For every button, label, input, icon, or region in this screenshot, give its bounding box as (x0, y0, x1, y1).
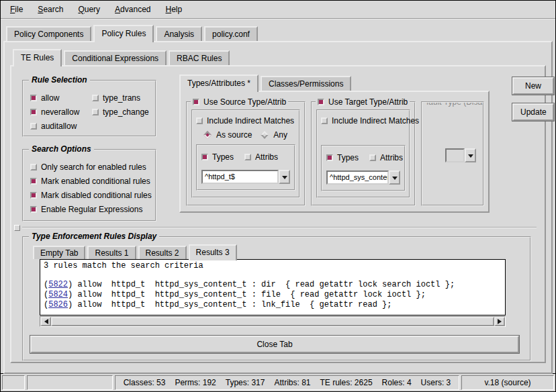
status-panel-empty-1 (2, 375, 25, 390)
checkbox-only-enabled-rules[interactable]: Only search for enabled rules (30, 160, 151, 174)
close-tab-button[interactable]: Close Tab (30, 336, 519, 353)
target-type-entry[interactable]: ^httpd_sys_content_t$ (326, 170, 389, 185)
menu-file[interactable]: File (10, 5, 23, 14)
tab-rbac-rules[interactable]: RBAC Rules (169, 50, 230, 65)
scroll-left-arrow-icon[interactable] (40, 317, 51, 326)
rule-link[interactable]: 5822 (48, 280, 68, 289)
checkbox-icon (30, 95, 37, 101)
tab-analysis[interactable]: Analysis (156, 26, 202, 41)
menu-advanced[interactable]: Advanced (115, 5, 150, 14)
checkbox-use-source-type[interactable]: Use Source Type/Attrib (191, 95, 288, 109)
sash-handle[interactable] (14, 225, 20, 231)
default-type-group: fault Type (Disa (421, 101, 484, 206)
checkbox-source-types[interactable]: Types (201, 150, 234, 164)
action-buttons-column: New Update (512, 75, 554, 222)
radio-label: Any (273, 130, 287, 140)
rule-selection-grid: allow type_trans neverallow (30, 91, 150, 133)
default-type-title: fault Type (Disa (425, 101, 483, 107)
checkbox-label: Include Indirect Matches (207, 116, 294, 126)
rule-link[interactable]: 5824 (48, 290, 68, 299)
triangle-glyph (392, 177, 398, 183)
target-type-combo: ^httpd_sys_content_t$ (326, 170, 400, 185)
results-summary: 3 rules match the search criteria (44, 261, 502, 271)
menu-search[interactable]: Search (38, 5, 63, 14)
checkbox-label: Types (212, 152, 234, 162)
tab-policy-conf[interactable]: policy.conf (204, 26, 258, 41)
tab-conditional-expressions[interactable]: Conditional Expressions (64, 50, 167, 65)
stat-roles: Roles: 4 (382, 378, 412, 387)
rule-link[interactable]: 5826 (48, 300, 68, 309)
target-inner-box: Include Indirect Matches Types (316, 109, 410, 198)
policy-rules-pane: TE Rules Conditional Expressions RBAC Ru… (3, 41, 553, 374)
checkbox-target-types[interactable]: Types (326, 150, 359, 164)
checkbox-label: Attribs (380, 153, 403, 162)
status-panel-empty-2 (27, 375, 113, 390)
tab-policy-components[interactable]: Policy Components (6, 26, 91, 41)
source-type-group: Use Source Type/Attrib Include Indirect … (186, 101, 306, 206)
chevron-down-icon[interactable] (389, 170, 400, 185)
checkbox-target-attribs[interactable]: Attribs (369, 150, 403, 164)
tab-results-2[interactable]: Results 2 (138, 246, 187, 259)
radio-label: As source (216, 130, 252, 140)
source-inner-box: Include Indirect Matches As source (191, 109, 300, 198)
checkbox-auditallow[interactable]: auditallow (30, 119, 92, 133)
te-rules-pane: Rule Selection allow type_trans (10, 65, 546, 363)
stat-te-rules: TE rules: 2625 (320, 378, 373, 387)
checkbox-icon (30, 192, 37, 199)
source-radio-row: As source Any (196, 128, 295, 142)
checkbox-use-target-type[interactable]: Use Target Type/Attrib (316, 95, 410, 109)
menubar: File Search Query Advanced Help (1, 1, 555, 19)
menu-query[interactable]: Query (78, 5, 100, 14)
checkbox-type-trans[interactable]: type_trans (92, 91, 151, 105)
sash-line (22, 227, 537, 228)
rule-text: ) allow httpd_t httpd_sys_content_t : fi… (68, 290, 426, 299)
checkbox-icon (92, 95, 99, 101)
radio-any[interactable]: Any (260, 128, 287, 142)
tab-classes-permissions[interactable]: Classes/Permissions (261, 76, 351, 91)
checkbox-label: type_trans (103, 93, 140, 103)
tab-results-1[interactable]: Results 1 (87, 246, 136, 259)
checkbox-mark-enabled-conditional[interactable]: Mark enabled conditional rules (30, 174, 151, 188)
checkbox-target-include-indirect[interactable]: Include Indirect Matches (321, 113, 406, 128)
types-tabstrip: Types/Attributes * Classes/Permissions (179, 75, 490, 91)
checkbox-enable-regex[interactable]: Enable Regular Expressions (30, 202, 151, 216)
tab-types-attributes[interactable]: Types/Attributes * (179, 75, 259, 92)
results-hscrollbar[interactable] (40, 316, 506, 327)
source-type-entry[interactable]: ^httpd_t$ (201, 170, 279, 184)
chevron-down-icon[interactable] (279, 170, 290, 184)
checkbox-type-change[interactable]: type_change (92, 105, 151, 119)
tab-te-rules[interactable]: TE Rules (13, 49, 62, 66)
checkbox-allow[interactable]: allow (30, 91, 92, 105)
tab-policy-rules[interactable]: Policy Rules (93, 25, 154, 42)
policy-version: v.18 (source) (484, 378, 530, 387)
radio-as-source[interactable]: As source (203, 128, 252, 142)
checkbox-icon (326, 154, 333, 161)
rules-tabstrip: TE Rules Conditional Expressions RBAC Ru… (13, 49, 551, 65)
stat-attribs: Attribs: 81 (274, 378, 310, 387)
types-attributes-pane: Use Source Type/Attrib Include Indirect … (179, 91, 490, 213)
rule-line: (5822) allow httpd_t httpd_sys_content_t… (44, 280, 502, 290)
search-options-title: Search Options (29, 144, 94, 154)
tab-empty[interactable]: Empty Tab (33, 246, 85, 259)
source-types-box: Types Attribs ^httpd_t$ (196, 144, 295, 191)
new-button[interactable]: New (512, 77, 554, 95)
scrollbar-thumb[interactable] (51, 317, 494, 326)
checkbox-mark-disabled-conditional[interactable]: Mark disabled conditional rules (30, 188, 151, 202)
results-tabstrip: Empty Tab Results 1 Results 2 Results 3 (33, 244, 530, 259)
checkbox-label: Types (337, 153, 359, 162)
checkbox-neverallow[interactable]: neverallow (30, 105, 92, 119)
blank-line (44, 271, 502, 280)
tab-results-3[interactable]: Results 3 (189, 244, 237, 260)
checkbox-source-attribs[interactable]: Attribs (244, 150, 278, 164)
checkbox-source-include-indirect[interactable]: Include Indirect Matches (196, 113, 295, 128)
scroll-right-arrow-icon[interactable] (494, 317, 505, 326)
checkbox-icon (92, 109, 99, 115)
checkbox-icon (321, 117, 328, 124)
menu-help[interactable]: Help (165, 5, 182, 14)
pane-sash (14, 224, 537, 231)
update-button[interactable]: Update (512, 103, 554, 121)
checkbox-icon (201, 154, 208, 160)
checkbox-label: Mark enabled conditional rules (41, 177, 150, 186)
chevron-down-icon (465, 148, 476, 162)
results-text-area[interactable]: 3 rules match the search criteria (5822)… (40, 259, 506, 315)
